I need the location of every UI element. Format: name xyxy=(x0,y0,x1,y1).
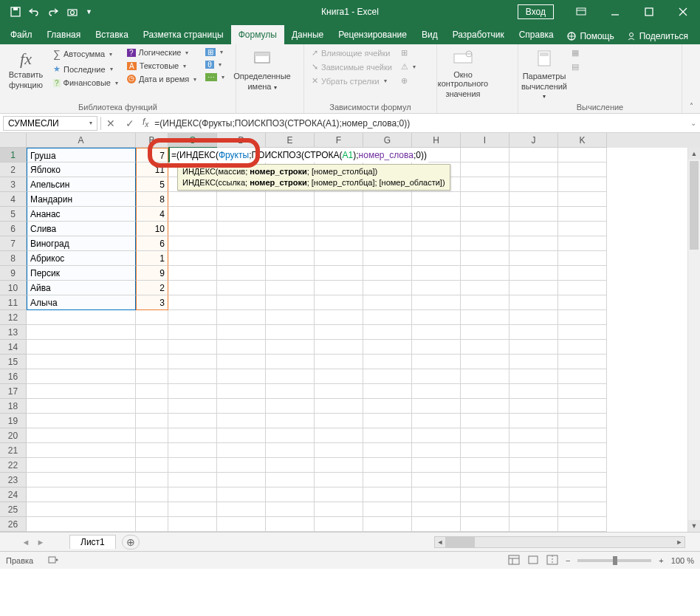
cell[interactable]: 2 xyxy=(136,281,168,295)
cell[interactable] xyxy=(509,369,558,384)
cell[interactable] xyxy=(558,473,607,487)
cell[interactable] xyxy=(217,295,266,310)
sheet-nav[interactable]: ◄ ► xyxy=(0,538,66,547)
cell[interactable] xyxy=(136,473,168,487)
cell[interactable] xyxy=(266,399,315,414)
cell[interactable] xyxy=(266,207,315,222)
cell[interactable] xyxy=(461,281,509,295)
cell[interactable]: 6 xyxy=(136,236,168,251)
row-header[interactable]: 4 xyxy=(0,192,27,207)
cell[interactable] xyxy=(168,207,217,222)
autosum-button[interactable]: ∑Автосумма▾ xyxy=(50,47,121,61)
view-normal-icon[interactable] xyxy=(508,555,520,567)
cell[interactable] xyxy=(558,517,607,532)
cell[interactable] xyxy=(461,266,509,281)
row-header[interactable]: 1 xyxy=(0,148,27,162)
cell[interactable] xyxy=(363,295,412,310)
cell[interactable] xyxy=(168,428,217,443)
cell[interactable] xyxy=(509,517,558,532)
row-header[interactable]: 19 xyxy=(0,414,27,428)
cell[interactable] xyxy=(217,458,266,473)
cell[interactable] xyxy=(217,325,266,340)
cell[interactable] xyxy=(461,340,509,355)
cell[interactable]: 3 xyxy=(136,295,168,310)
cell[interactable]: Груша xyxy=(27,148,136,162)
tab-help[interactable]: Справка xyxy=(512,25,561,44)
cell[interactable] xyxy=(461,502,509,517)
cell[interactable] xyxy=(412,399,461,414)
cell[interactable] xyxy=(509,207,558,222)
cell[interactable] xyxy=(27,428,136,443)
cell[interactable] xyxy=(266,384,315,399)
close-button[interactable] xyxy=(666,0,700,24)
tab-developer[interactable]: Разработчик xyxy=(445,25,512,44)
cell[interactable] xyxy=(558,487,607,502)
row-header[interactable]: 18 xyxy=(0,399,27,414)
cell[interactable] xyxy=(315,295,363,310)
cell[interactable] xyxy=(217,236,266,251)
cell[interactable] xyxy=(363,325,412,340)
cell[interactable] xyxy=(168,266,217,281)
maximize-button[interactable] xyxy=(632,0,666,24)
row-header[interactable]: 24 xyxy=(0,487,27,502)
cell[interactable] xyxy=(412,192,461,207)
zoom-slider[interactable] xyxy=(577,559,651,562)
zoom-out[interactable]: − xyxy=(566,556,570,565)
cell[interactable] xyxy=(558,355,607,369)
cell[interactable] xyxy=(412,295,461,310)
cell[interactable] xyxy=(266,251,315,266)
cell[interactable] xyxy=(558,148,607,162)
cell[interactable] xyxy=(558,266,607,281)
cell[interactable] xyxy=(217,369,266,384)
text-button[interactable]: AТекстовые▾ xyxy=(124,60,199,72)
cell[interactable] xyxy=(315,325,363,340)
lookup-button[interactable]: ⊞▾ xyxy=(202,47,227,58)
cell[interactable] xyxy=(217,251,266,266)
add-sheet-button[interactable]: ⊕ xyxy=(122,535,140,550)
cell[interactable] xyxy=(266,473,315,487)
cell[interactable] xyxy=(266,266,315,281)
cell[interactable] xyxy=(363,487,412,502)
cell[interactable] xyxy=(315,458,363,473)
cell[interactable] xyxy=(509,295,558,310)
cell[interactable]: Абрикос xyxy=(27,251,136,266)
cell[interactable] xyxy=(509,428,558,443)
tab-home[interactable]: Главная xyxy=(40,25,89,44)
cell[interactable] xyxy=(266,295,315,310)
cell[interactable] xyxy=(217,428,266,443)
cell[interactable] xyxy=(363,443,412,458)
cell[interactable] xyxy=(558,162,607,177)
cell-edit-overlay[interactable]: =(ИНДЕКС(Фрукты;ПОИСКПОЗ(СТРОКА(A1);номе… xyxy=(170,148,428,162)
cell[interactable] xyxy=(509,251,558,266)
cell[interactable] xyxy=(266,236,315,251)
cell[interactable] xyxy=(217,473,266,487)
cell[interactable] xyxy=(461,192,509,207)
cell[interactable] xyxy=(412,487,461,502)
cell[interactable] xyxy=(509,281,558,295)
cell[interactable] xyxy=(558,502,607,517)
cell[interactable] xyxy=(168,443,217,458)
cell[interactable] xyxy=(168,517,217,532)
cell[interactable] xyxy=(266,487,315,502)
cell[interactable] xyxy=(558,414,607,428)
cell[interactable] xyxy=(168,473,217,487)
cell[interactable] xyxy=(412,207,461,222)
recent-button[interactable]: ★Последние▾ xyxy=(50,63,121,75)
cell[interactable] xyxy=(363,502,412,517)
view-layout-icon[interactable] xyxy=(527,555,539,567)
cell[interactable] xyxy=(315,281,363,295)
cell[interactable]: 1 xyxy=(136,251,168,266)
col-header[interactable]: C xyxy=(168,133,217,148)
cell[interactable]: Апельсин xyxy=(27,177,136,192)
cell[interactable] xyxy=(136,369,168,384)
row-header[interactable]: 3 xyxy=(0,177,27,192)
cell[interactable] xyxy=(266,325,315,340)
row-header[interactable]: 23 xyxy=(0,473,27,487)
cell[interactable] xyxy=(509,487,558,502)
cell[interactable] xyxy=(558,399,607,414)
cell[interactable] xyxy=(412,325,461,340)
cell[interactable] xyxy=(136,502,168,517)
cell[interactable] xyxy=(509,192,558,207)
insert-function-button[interactable]: fx Вставить функцию xyxy=(4,47,47,101)
ribbon-display-icon[interactable] xyxy=(564,0,598,24)
